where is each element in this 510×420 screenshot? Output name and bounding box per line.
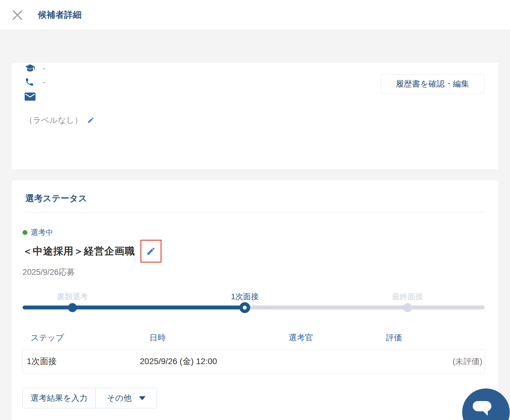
chevron-down-icon	[139, 396, 146, 400]
page-title: 候補者詳細	[38, 9, 81, 21]
education-row: -	[25, 63, 498, 73]
graduation-cap-icon	[25, 63, 35, 73]
col-header-datetime: 日時	[138, 332, 283, 343]
step-dot-upcoming	[403, 303, 412, 312]
table-row[interactable]: 1次面接 2025/9/26 (金) 12:00 (未評価)	[23, 349, 485, 373]
profile-card: 履歴書を確認・編集 - -	[12, 63, 498, 169]
status-line: 選考中	[23, 227, 485, 237]
chat-bubble-icon	[473, 401, 491, 411]
edit-label-pencil-icon[interactable]	[87, 117, 94, 124]
candidate-label: （ラベルなし）	[25, 115, 82, 126]
applied-date: 2025/9/26応募	[23, 267, 485, 278]
mail-icon	[25, 91, 35, 102]
education-value: -	[43, 64, 45, 73]
cell-evaluation: (未評価)	[381, 356, 484, 367]
selection-status-title: 選考ステータス	[23, 193, 485, 205]
edit-job-highlight-box	[140, 240, 161, 263]
label-row: （ラベルなし）	[12, 115, 498, 126]
other-button-label: その他	[107, 393, 131, 403]
action-button-group: 選考結果を入力 その他	[23, 388, 157, 408]
chat-bubble-tail	[483, 411, 488, 416]
step-label-document-screening: 書類選考	[57, 291, 88, 302]
other-button[interactable]: その他	[96, 388, 157, 408]
cell-step: 1次面接	[23, 356, 139, 367]
status-green-dot	[23, 230, 27, 235]
close-icon[interactable]	[12, 10, 23, 20]
phone-value: -	[43, 78, 45, 87]
enter-result-button[interactable]: 選考結果を入力	[23, 388, 96, 408]
status-badge: 選考中	[31, 227, 53, 237]
step-label-first-interview: 1次面接	[231, 291, 259, 302]
col-header-evaluation: 評価	[380, 332, 485, 343]
edit-job-pencil-icon[interactable]	[146, 246, 156, 256]
col-header-step: ステップ	[23, 332, 138, 343]
step-dot-completed	[68, 303, 77, 312]
content: 履歴書を確認・編集 - -	[0, 63, 510, 420]
progress-track-fill	[23, 306, 245, 309]
cell-datetime: 2025/9/26 (金) 12:00	[139, 356, 283, 367]
topbar: 候補者詳細	[0, 0, 510, 30]
divider	[25, 212, 485, 212]
phone-icon	[25, 77, 35, 87]
steps-table-header: ステップ 日時 選考官 評価	[23, 332, 485, 349]
job-row: ＜中途採用＞経営企画職	[23, 240, 485, 263]
step-dot-current	[239, 302, 250, 313]
steps-table: ステップ 日時 選考官 評価 1次面接 2025/9/26 (金) 12:00 …	[23, 332, 485, 373]
progress-track	[23, 306, 485, 309]
col-header-interviewer: 選考官	[283, 332, 380, 343]
selection-status-card: 選考ステータス 選考中 ＜中途採用＞経営企画職 2025/9/26応募 書類選考…	[12, 181, 498, 420]
job-title: ＜中途採用＞経営企画職	[23, 245, 135, 258]
resume-edit-button[interactable]: 履歴書を確認・編集	[380, 74, 484, 93]
progress-stepper: 書類選考 1次面接 最終面接	[23, 291, 485, 311]
step-label-final-interview: 最終面接	[392, 291, 423, 302]
enter-result-button-label: 選考結果を入力	[31, 393, 88, 403]
